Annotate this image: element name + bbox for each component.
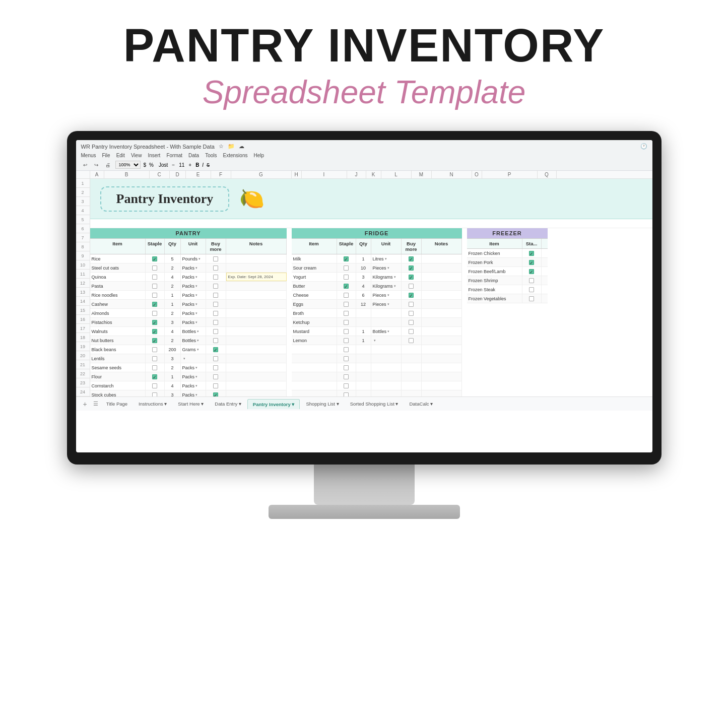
- checkbox[interactable]: [152, 383, 157, 388]
- pantry-qty-cell[interactable]: 1: [165, 291, 181, 299]
- pantry-qty-cell[interactable]: 4: [165, 273, 181, 281]
- add-sheet-button[interactable]: +: [80, 400, 90, 408]
- pantry-unit-cell[interactable]: Pounds▾: [181, 254, 206, 263]
- pantry-item-name[interactable]: Flour: [90, 372, 146, 381]
- fridge-unit-cell[interactable]: Kilograms▾: [371, 273, 402, 281]
- fridge-buymore-cell[interactable]: [402, 381, 422, 390]
- pantry-qty-cell[interactable]: 5: [165, 254, 181, 263]
- checkbox[interactable]: [409, 320, 414, 325]
- fridge-buymore-cell[interactable]: [402, 336, 422, 345]
- menu-tools[interactable]: Tools: [205, 153, 217, 158]
- checkbox[interactable]: [152, 266, 157, 271]
- fridge-unit-cell[interactable]: [371, 309, 402, 317]
- pantry-item-name[interactable]: Cashew: [90, 300, 146, 308]
- pantry-unit-cell[interactable]: Packs▾: [181, 372, 206, 381]
- pantry-notes-cell[interactable]: [226, 254, 287, 263]
- checkbox[interactable]: [409, 329, 414, 334]
- fridge-staple-cell[interactable]: [337, 390, 356, 396]
- pantry-staple-cell[interactable]: ✓: [146, 327, 165, 336]
- fridge-item-name[interactable]: Eggs: [292, 300, 337, 308]
- strikethrough-button[interactable]: S̶: [207, 162, 210, 168]
- fridge-unit-cell[interactable]: Litres▾: [371, 254, 402, 263]
- fridge-unit-cell[interactable]: [371, 381, 402, 390]
- pantry-unit-cell[interactable]: Packs▾: [181, 263, 206, 272]
- pantry-qty-cell[interactable]: 4: [165, 327, 181, 336]
- fridge-unit-cell[interactable]: Bottles▾: [371, 327, 402, 336]
- fridge-staple-cell[interactable]: [337, 381, 356, 390]
- fridge-staple-cell[interactable]: [337, 263, 356, 272]
- italic-button[interactable]: I: [202, 162, 204, 168]
- fridge-unit-cell[interactable]: ▾: [371, 336, 402, 345]
- pantry-item-name[interactable]: Pasta: [90, 282, 146, 290]
- fridge-qty-cell[interactable]: 1: [356, 327, 371, 336]
- checkbox[interactable]: [344, 266, 349, 271]
- checkbox[interactable]: ✓: [409, 275, 414, 280]
- fridge-buymore-cell[interactable]: [402, 372, 422, 381]
- pantry-unit-cell[interactable]: Packs▾: [181, 273, 206, 281]
- pantry-unit-cell[interactable]: Packs▾: [181, 363, 206, 372]
- fridge-buymore-cell[interactable]: [402, 363, 422, 372]
- menu-edit[interactable]: Edit: [116, 153, 125, 158]
- fridge-notes-cell[interactable]: [422, 390, 462, 396]
- pantry-qty-cell[interactable]: 3: [165, 354, 181, 363]
- fridge-unit-cell[interactable]: [371, 390, 402, 396]
- pantry-unit-cell[interactable]: Packs▾: [181, 318, 206, 326]
- fridge-unit-cell[interactable]: Pieces▾: [371, 291, 402, 299]
- pantry-staple-cell[interactable]: [146, 263, 165, 272]
- fridge-staple-cell[interactable]: [337, 363, 356, 372]
- checkbox[interactable]: ✓: [152, 320, 157, 325]
- tab-title-page[interactable]: Title Page: [101, 399, 133, 409]
- fridge-qty-cell[interactable]: 3: [356, 273, 371, 281]
- fridge-qty-cell[interactable]: [356, 363, 371, 372]
- fridge-qty-cell[interactable]: 4: [356, 282, 371, 290]
- fridge-item-name[interactable]: [292, 345, 337, 354]
- pantry-qty-cell[interactable]: 3: [165, 390, 181, 396]
- fridge-qty-cell[interactable]: 10: [356, 263, 371, 272]
- checkbox[interactable]: [344, 329, 349, 334]
- fridge-buymore-cell[interactable]: ✓: [402, 273, 422, 281]
- checkbox[interactable]: [213, 284, 218, 289]
- fridge-item-name[interactable]: Cheese: [292, 291, 337, 299]
- pantry-qty-cell[interactable]: 2: [165, 263, 181, 272]
- checkbox[interactable]: [213, 256, 218, 261]
- pantry-buymore-cell[interactable]: [206, 381, 226, 390]
- menu-menus[interactable]: Menus: [81, 153, 96, 158]
- pantry-staple-cell[interactable]: [146, 363, 165, 372]
- fridge-unit-cell[interactable]: [371, 318, 402, 326]
- fridge-item-name[interactable]: Ketchup: [292, 318, 337, 326]
- redo-button[interactable]: ↪: [92, 161, 100, 169]
- pantry-notes-cell[interactable]: [226, 291, 287, 299]
- fridge-notes-cell[interactable]: [422, 327, 462, 336]
- fridge-notes-cell[interactable]: [422, 273, 462, 281]
- pantry-qty-cell[interactable]: 2: [165, 336, 181, 345]
- pantry-unit-cell[interactable]: ▾: [181, 354, 206, 363]
- pantry-notes-cell[interactable]: [226, 381, 287, 390]
- pantry-staple-cell[interactable]: [146, 354, 165, 363]
- pantry-unit-cell[interactable]: Packs▾: [181, 282, 206, 290]
- pantry-staple-cell[interactable]: ✓: [146, 318, 165, 326]
- fridge-notes-cell[interactable]: [422, 336, 462, 345]
- pantry-buymore-cell[interactable]: [206, 273, 226, 281]
- fridge-buymore-cell[interactable]: [402, 390, 422, 396]
- fridge-buymore-cell[interactable]: [402, 345, 422, 354]
- pantry-unit-cell[interactable]: Packs▾: [181, 381, 206, 390]
- fridge-notes-cell[interactable]: [422, 363, 462, 372]
- checkbox[interactable]: ✓: [152, 338, 157, 343]
- pantry-qty-cell[interactable]: 1: [165, 300, 181, 308]
- checkbox[interactable]: ✓: [152, 302, 157, 307]
- menu-view[interactable]: View: [131, 153, 142, 158]
- fridge-notes-cell[interactable]: [422, 309, 462, 317]
- pantry-item-name[interactable]: Rice noodles: [90, 291, 146, 299]
- checkbox[interactable]: [213, 293, 218, 298]
- checkbox[interactable]: [344, 302, 349, 307]
- zoom-select[interactable]: 100%: [115, 161, 141, 169]
- pantry-item-name[interactable]: Almonds: [90, 309, 146, 317]
- menu-insert[interactable]: Insert: [148, 153, 160, 158]
- menu-format[interactable]: Format: [166, 153, 182, 158]
- fridge-staple-cell[interactable]: ✓: [337, 254, 356, 263]
- pantry-unit-cell[interactable]: Bottles▾: [181, 327, 206, 336]
- pantry-item-name[interactable]: Lentils: [90, 354, 146, 363]
- checkbox[interactable]: ✓: [152, 374, 157, 379]
- fridge-qty-cell[interactable]: [356, 381, 371, 390]
- fridge-unit-cell[interactable]: Pieces▾: [371, 300, 402, 308]
